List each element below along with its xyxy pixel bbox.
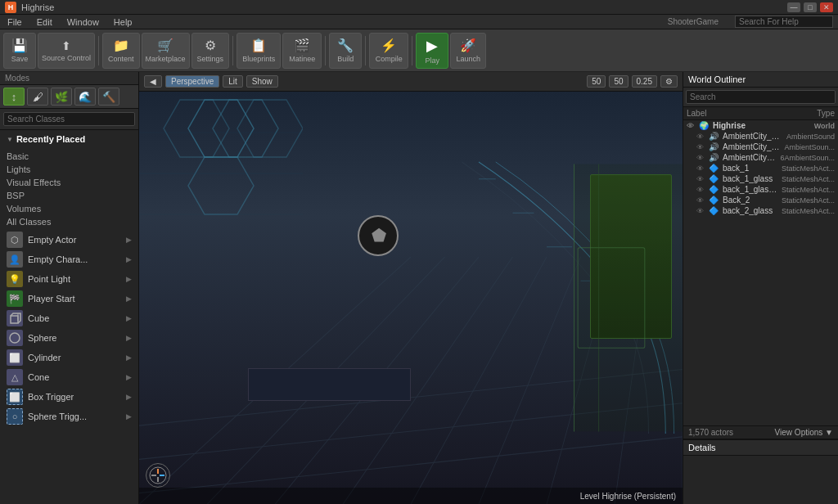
wo-item-5[interactable]: 👁 🔷 back_1_glass StaticMeshAct... bbox=[683, 173, 838, 184]
item-cylinder[interactable]: ⬜ Cylinder ▶ bbox=[0, 348, 138, 367]
minimize-button[interactable]: — bbox=[787, 2, 800, 12]
vp-num-2: 50 bbox=[609, 75, 628, 88]
toolbar-btn-launch[interactable]: 🚀 Launch bbox=[450, 33, 486, 69]
svg-marker-8 bbox=[164, 100, 229, 157]
viewport-canvas[interactable]: ⬟ bbox=[139, 92, 683, 504]
vp-perspective[interactable]: Perspective bbox=[165, 75, 219, 88]
item-sphere[interactable]: Sphere ▶ bbox=[0, 328, 138, 348]
viewport-compass bbox=[146, 463, 170, 488]
player-start-icon: 🏁 bbox=[7, 290, 23, 307]
left-panel: Modes ↕ 🖌 🌿 🌊 🔨 Recently Placed Basic Li… bbox=[0, 72, 139, 504]
svg-point-3 bbox=[10, 333, 20, 343]
vp-show[interactable]: Show bbox=[246, 75, 278, 88]
section-all-classes[interactable]: All Classes bbox=[0, 215, 138, 228]
wo-item-8[interactable]: 👁 🔷 back_2_glass StaticMeshAct... bbox=[683, 205, 838, 216]
toolbar-btn-blueprints[interactable]: 📋 Blueprints bbox=[237, 33, 281, 69]
svg-marker-7 bbox=[188, 157, 254, 214]
empty-char-icon: 👤 bbox=[7, 251, 23, 268]
platform-element bbox=[248, 368, 411, 401]
toolbar-btn-marketplace[interactable]: 🛒 Marketplace bbox=[142, 33, 190, 69]
wo-item-1[interactable]: 👁 🔊 AmbientCity_TypeC_Stereo AmbientSoun… bbox=[683, 131, 838, 142]
sphere-trigger-icon: ○ bbox=[7, 408, 23, 425]
vp-lit[interactable]: Lit bbox=[223, 75, 243, 88]
recently-placed-header[interactable]: Recently Placed bbox=[0, 132, 138, 146]
toolbar-btn-source-control[interactable]: ⬆ Source Control bbox=[38, 33, 95, 69]
mode-placement[interactable]: ↕ bbox=[3, 88, 25, 106]
close-button[interactable]: ✕ bbox=[820, 2, 833, 12]
section-basic[interactable]: Basic bbox=[0, 150, 138, 163]
svg-rect-0 bbox=[11, 316, 18, 323]
item-box-trigger[interactable]: ⬜ Box Trigger ▶ bbox=[0, 387, 138, 407]
right-panel-svg bbox=[574, 92, 683, 504]
project-name: ShooterGame bbox=[668, 17, 719, 26]
section-lights[interactable]: Lights bbox=[0, 163, 138, 176]
svg-marker-5 bbox=[213, 100, 278, 157]
mode-brush[interactable]: 🔨 bbox=[98, 88, 119, 106]
menu-edit[interactable]: Edit bbox=[34, 17, 55, 27]
toolbar-btn-matinee[interactable]: 🎬 Matinee bbox=[282, 33, 322, 69]
toolbar-btn-content[interactable]: 📁 Content bbox=[102, 33, 140, 69]
cylinder-icon: ⬜ bbox=[7, 349, 23, 366]
toolbar-sep-4 bbox=[365, 36, 366, 65]
item-empty-character[interactable]: 👤 Empty Chara... ▶ bbox=[0, 250, 138, 269]
item-cube[interactable]: Cube ▶ bbox=[0, 308, 138, 328]
svg-marker-4 bbox=[188, 100, 254, 157]
wo-item-4[interactable]: 👁 🔷 back_1 StaticMeshAct... bbox=[683, 163, 838, 173]
toolbar-sep-5 bbox=[412, 36, 412, 65]
wo-item-7[interactable]: 👁 🔷 Back_2 StaticMeshAct... bbox=[683, 195, 838, 205]
viewport-area: ◀ Perspective Lit Show 50 50 0.25 ⚙ bbox=[139, 72, 683, 504]
help-search[interactable] bbox=[735, 16, 833, 28]
main-area: Modes ↕ 🖌 🌿 🌊 🔨 Recently Placed Basic Li… bbox=[0, 72, 838, 504]
wo-item-3[interactable]: 👁 🔊 AmbientCity_TypeD_Stereo_0... 6Ambie… bbox=[683, 152, 838, 163]
titlebar: H Highrise — □ ✕ bbox=[0, 0, 838, 15]
world-outliner: World Outliner Label Type 👁 🌍 Highrise W… bbox=[683, 72, 838, 439]
toolbar-btn-save[interactable]: 💾 Save bbox=[3, 33, 36, 69]
wo-search-input[interactable] bbox=[686, 90, 836, 104]
placement-search bbox=[0, 109, 138, 130]
sphere-icon bbox=[7, 330, 23, 346]
vp-settings-btn[interactable]: ⚙ bbox=[660, 75, 678, 88]
mode-foliage[interactable]: 🌿 bbox=[51, 88, 72, 106]
toolbar-sep-2 bbox=[232, 36, 233, 65]
toolbar-btn-play[interactable]: ▶ Play bbox=[416, 33, 448, 69]
level-label: Level Highrise (Persistent) bbox=[580, 492, 676, 501]
item-cone[interactable]: △ Cone ▶ bbox=[0, 367, 138, 387]
item-point-light[interactable]: 💡 Point Light ▶ bbox=[0, 269, 138, 289]
details-panel: Details bbox=[683, 439, 838, 504]
vp-nav-back[interactable]: ◀ bbox=[144, 75, 162, 88]
item-empty-actor[interactable]: ⬡ Empty Actor ▶ bbox=[0, 230, 138, 250]
section-volumes[interactable]: Volumes bbox=[0, 202, 138, 215]
toolbar-btn-compile[interactable]: ⚡ Compile bbox=[369, 33, 408, 69]
section-visual-effects[interactable]: Visual Effects bbox=[0, 176, 138, 189]
modes-label: Modes bbox=[0, 72, 138, 85]
search-classes-input[interactable] bbox=[3, 112, 135, 126]
toolbar-btn-settings[interactable]: ⚙ Settings bbox=[191, 33, 230, 69]
wo-item-6[interactable]: 👁 🔷 back_1_glass_2 StaticMeshAct... bbox=[683, 184, 838, 195]
wo-item-2[interactable]: 👁 🔊 AmbientCity_TypeC_Ambi... AmbientSou… bbox=[683, 142, 838, 152]
item-sphere-trigger[interactable]: ○ Sphere Trigg... ▶ bbox=[0, 407, 138, 426]
hex-structure-svg bbox=[139, 92, 303, 255]
vp-num-1: 50 bbox=[587, 75, 606, 88]
wo-item-root[interactable]: 👁 🌍 Highrise World bbox=[683, 120, 838, 131]
world-outliner-search bbox=[683, 88, 838, 107]
wo-actor-count: 1,570 actors View Options ▼ bbox=[683, 425, 838, 439]
section-bsp[interactable]: BSP bbox=[0, 189, 138, 202]
svg-marker-6 bbox=[237, 100, 303, 157]
mode-geometry[interactable]: 🌊 bbox=[74, 88, 96, 106]
world-outliner-header: World Outliner bbox=[683, 72, 838, 88]
menu-file[interactable]: File bbox=[5, 17, 25, 27]
app-icon: H bbox=[5, 2, 16, 13]
toolbar-btn-build[interactable]: 🔧 Build bbox=[329, 33, 362, 69]
modes-bar: ↕ 🖌 🌿 🌊 🔨 bbox=[0, 85, 138, 109]
main-toolbar: 💾 Save ⬆ Source Control 📁 Content 🛒 Mark… bbox=[0, 29, 838, 72]
app-title: Highrise bbox=[21, 2, 54, 12]
vp-num-3: 0.25 bbox=[632, 75, 657, 88]
point-light-icon: 💡 bbox=[7, 271, 23, 287]
item-player-start[interactable]: 🏁 Player Start ▶ bbox=[0, 289, 138, 308]
maximize-button[interactable]: □ bbox=[804, 2, 817, 12]
menu-help[interactable]: Help bbox=[111, 17, 135, 27]
empty-actor-icon: ⬡ bbox=[7, 232, 23, 248]
mode-paint[interactable]: 🖌 bbox=[27, 88, 48, 106]
cube-icon bbox=[7, 310, 23, 326]
menu-window[interactable]: Window bbox=[65, 17, 101, 27]
